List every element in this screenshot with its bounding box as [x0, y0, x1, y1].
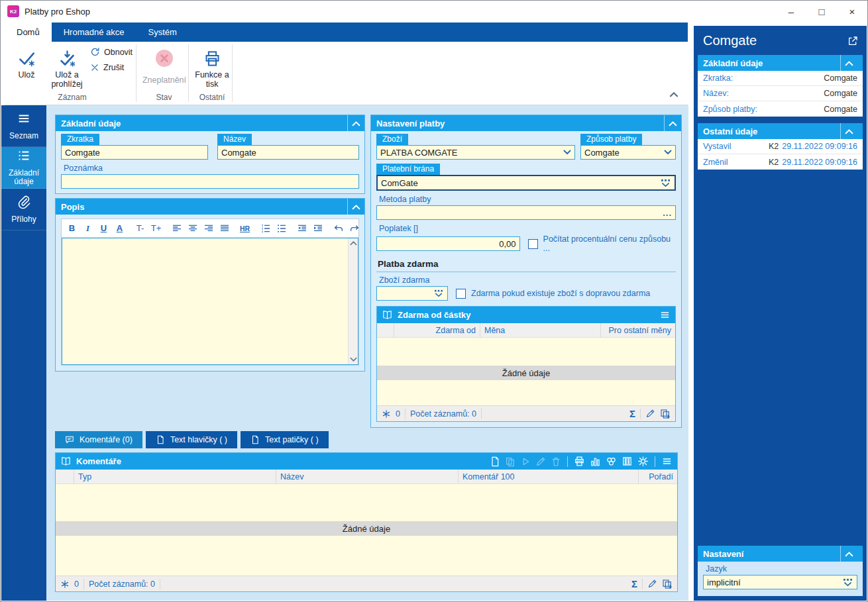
- collapse-panel-button[interactable]: [347, 115, 364, 131]
- indent-icon[interactable]: [310, 221, 325, 236]
- sum-button[interactable]: Σ: [629, 408, 635, 419]
- font-color-button[interactable]: A: [112, 221, 127, 236]
- bold-button[interactable]: B: [64, 221, 80, 236]
- functions-print-button[interactable]: Funkce a tisk: [192, 43, 232, 92]
- paperclip-icon: [17, 195, 31, 212]
- poplatek-input[interactable]: [376, 236, 520, 251]
- font-smaller-button[interactable]: T-: [133, 221, 148, 236]
- unordered-list-icon[interactable]: [274, 221, 289, 236]
- edit-pencil-icon[interactable]: [647, 579, 657, 589]
- collapse-section-button[interactable]: [840, 123, 857, 139]
- zpusob-platby-dropdown[interactable]: Comgate: [580, 145, 676, 160]
- outdent-icon[interactable]: [294, 221, 309, 236]
- related-records-icon[interactable]: [606, 456, 617, 467]
- jazyk-dropdown[interactable]: implicitní: [703, 575, 857, 589]
- sum-button[interactable]: Σ: [631, 578, 637, 589]
- sidebar-item-zakladni-udaje[interactable]: Základní údaje: [1, 147, 46, 189]
- nazev-input[interactable]: [217, 145, 359, 160]
- detail-row: Změnil K2 29.11.2022 09:09:16: [698, 154, 863, 170]
- ordered-list-icon[interactable]: [258, 221, 273, 236]
- column-header-zdarma-od[interactable]: Zdarma od: [394, 323, 480, 337]
- ribbon-tab-hromadne-akce[interactable]: Hromadné akce: [52, 23, 136, 42]
- italic-button[interactable]: I: [80, 221, 95, 236]
- maximize-button[interactable]: □: [806, 1, 837, 22]
- ribbon-tab-system[interactable]: Systém: [136, 23, 188, 42]
- edit-pencil-icon[interactable]: [535, 456, 546, 467]
- column-header-nazev[interactable]: Název: [276, 470, 459, 483]
- horizontal-rule-button[interactable]: HR: [237, 221, 252, 236]
- delete-trash-icon[interactable]: [551, 456, 561, 467]
- collapse-section-button[interactable]: [840, 546, 857, 562]
- ribbon-tab-domu[interactable]: Domů: [5, 23, 52, 42]
- new-record-icon[interactable]: [490, 456, 500, 467]
- align-center-icon[interactable]: [185, 221, 200, 236]
- tab-label: Text patičky ( ): [265, 435, 319, 444]
- redo-icon[interactable]: [347, 221, 362, 236]
- undo-icon[interactable]: [331, 221, 346, 236]
- column-header-komentar[interactable]: Komentář 100: [459, 470, 639, 483]
- sidebar-item-prilohy[interactable]: Přílohy: [1, 189, 46, 230]
- open-external-icon[interactable]: [847, 36, 858, 46]
- free-shipping-checkbox-row[interactable]: Zdarma pokud existuje zboží s dopravou z…: [456, 289, 650, 299]
- align-justify-icon[interactable]: [217, 221, 232, 236]
- more-options-button[interactable]: ...: [663, 208, 672, 218]
- tab-text-hlavicky[interactable]: Text hlavičky ( ): [146, 431, 237, 448]
- minimize-button[interactable]: –: [776, 1, 806, 22]
- poznamka-input[interactable]: [61, 174, 359, 189]
- zbozi-dropdown[interactable]: PLATBA COMGATE: [376, 145, 575, 160]
- align-right-icon[interactable]: [201, 221, 216, 236]
- cancel-button[interactable]: Zrušit: [90, 63, 124, 72]
- app-window: K2 Platby pro Eshop – □ × Domů Hromadné …: [0, 0, 868, 602]
- chart-icon[interactable]: [590, 456, 601, 467]
- empty-data-band: Žádné údaje: [56, 521, 677, 536]
- invalidate-button[interactable]: Zneplatnění: [140, 43, 189, 92]
- selector-column-header[interactable]: [377, 323, 394, 337]
- percent-price-checkbox-row[interactable]: Počítat procentuální cenu způsobu ...: [528, 234, 676, 253]
- grid-menu-icon[interactable]: [659, 309, 671, 321]
- edit-pencil-icon[interactable]: [645, 409, 655, 419]
- field-label-zbozi-zdarma: Zboží zdarma: [376, 276, 676, 286]
- close-button[interactable]: ×: [837, 1, 867, 22]
- metoda-platby-field[interactable]: ...: [376, 205, 676, 220]
- comment-bubble-icon: [65, 435, 74, 444]
- panel-title: Popis: [61, 202, 84, 212]
- platebni-brana-value: ComGate: [381, 178, 418, 188]
- collapse-panel-button[interactable]: [664, 115, 681, 131]
- field-chip-zpusob-platby: Způsob platby: [580, 134, 642, 145]
- align-left-icon[interactable]: [169, 221, 184, 236]
- grid-menu-icon[interactable]: [661, 456, 673, 467]
- run-icon[interactable]: [520, 456, 531, 467]
- checkbox[interactable]: [528, 239, 538, 249]
- vertical-scrollbar[interactable]: [348, 238, 358, 364]
- collapse-ribbon-button[interactable]: [669, 88, 678, 100]
- refresh-button[interactable]: Obnovit: [90, 47, 133, 57]
- selector-column-header[interactable]: [56, 470, 74, 483]
- copy-add-icon[interactable]: [662, 579, 673, 589]
- copy-record-icon[interactable]: [505, 456, 515, 467]
- collapse-section-button[interactable]: [840, 55, 857, 71]
- settings-gear-icon[interactable]: [637, 456, 649, 467]
- print-icon[interactable]: [574, 456, 585, 467]
- underline-button[interactable]: U: [96, 221, 111, 236]
- description-textarea[interactable]: [62, 238, 358, 365]
- tab-komentare[interactable]: Komentáře (0): [55, 431, 142, 448]
- checkbox[interactable]: [456, 289, 466, 299]
- tab-text-paticky[interactable]: Text patičky ( ): [241, 431, 329, 448]
- columns-icon[interactable]: [622, 456, 633, 467]
- column-header-mena[interactable]: Měna: [480, 323, 601, 337]
- column-header-pro-ostatni-meny[interactable]: Pro ostatní měny: [601, 323, 675, 337]
- sidebar-item-label: Základní údaje: [1, 169, 46, 187]
- column-header-typ[interactable]: Typ: [74, 470, 276, 483]
- zbozi-zdarma-dropdown[interactable]: [376, 286, 448, 301]
- font-larger-button[interactable]: T+: [148, 221, 164, 236]
- grid-body[interactable]: Žádné údaje: [56, 484, 677, 576]
- grid-body[interactable]: Žádné údaje: [377, 338, 675, 405]
- save-and-view-button[interactable]: Ulož a prohlížej: [46, 43, 88, 92]
- zkratka-input[interactable]: [61, 145, 208, 160]
- copy-add-icon[interactable]: [660, 409, 671, 419]
- sidebar-item-seznam[interactable]: Seznam: [1, 105, 46, 147]
- save-button[interactable]: Ulož: [9, 43, 44, 92]
- column-header-poradi[interactable]: Pořadí: [639, 470, 677, 483]
- platebni-brana-dropdown[interactable]: ComGate: [376, 175, 676, 191]
- collapse-panel-button[interactable]: [347, 199, 364, 215]
